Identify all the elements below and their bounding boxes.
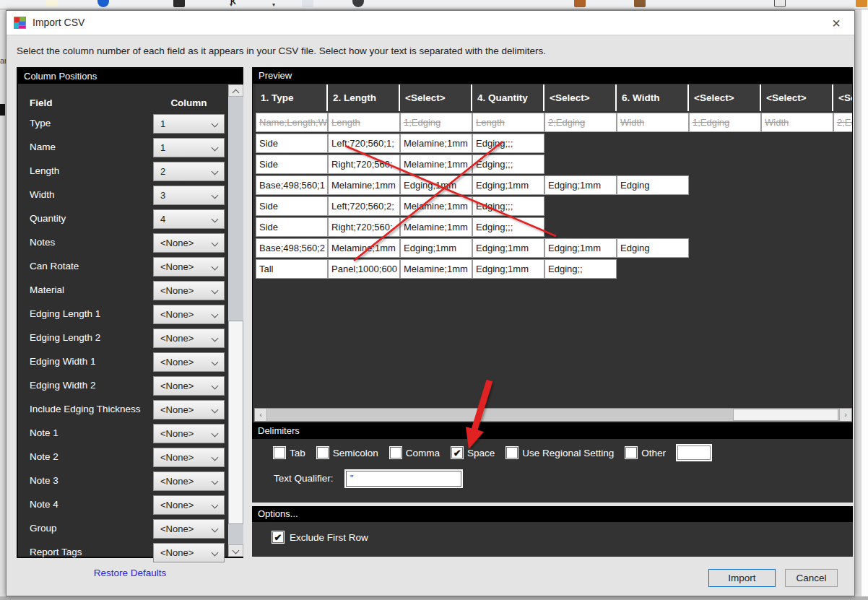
field-dropdown-length[interactable]: 2 — [153, 162, 225, 181]
brush-icon[interactable] — [634, 0, 646, 7]
delimiter-comma-checkbox[interactable] — [390, 447, 402, 458]
options-header: Options... — [252, 506, 853, 522]
field-dropdown-edging-length-1[interactable]: <None> — [153, 305, 225, 324]
delimiter-other-checkbox[interactable] — [625, 447, 637, 458]
import-button[interactable]: Import — [708, 569, 776, 587]
preview-row: SideRight;720;560;Melamine;1mmEdging;;; — [256, 155, 852, 174]
preview-header-cell[interactable]: <Select> — [400, 84, 471, 111]
dropdown-value: 1 — [160, 142, 165, 153]
delimiter-label: Comma — [406, 448, 440, 458]
delimiter-space-checkbox[interactable]: ✔ — [451, 447, 463, 458]
dropdown-value: <None> — [160, 381, 194, 391]
field-dropdown-group[interactable]: <None> — [153, 519, 225, 539]
scroll-up-icon[interactable] — [228, 84, 243, 97]
preview-cell: Base;498;560;2 — [256, 238, 328, 258]
field-row-type: Type1 — [18, 113, 227, 136]
field-dropdown-quantity[interactable]: 4 — [153, 209, 225, 229]
cancel-button[interactable]: Cancel — [785, 569, 838, 587]
delimiter-space: ✔Space — [451, 447, 495, 458]
camera-icon[interactable] — [774, 0, 786, 7]
scrollbar-thumb[interactable] — [733, 409, 838, 421]
field-label: Notes — [30, 237, 55, 248]
disc-icon[interactable] — [352, 0, 364, 7]
field-dropdown-include-edging-thickness[interactable]: <None> — [153, 400, 225, 419]
preview-header-cell[interactable]: 2. Length — [328, 84, 399, 111]
delimiter-semicolon-checkbox[interactable] — [317, 447, 329, 458]
dropdown-caret-icon: ▾ — [176, 1, 179, 9]
dropdown-caret-icon: ▾ — [272, 1, 275, 9]
hammer-icon[interactable] — [574, 0, 586, 7]
text-qualifier-input[interactable]: " — [346, 471, 461, 487]
preview-header-cell[interactable]: 4. Quantity — [472, 84, 543, 111]
field-dropdown-note-4[interactable]: <None> — [153, 495, 225, 515]
cart-icon[interactable] — [856, 0, 867, 7]
new-file-icon[interactable] — [46, 0, 58, 7]
dropdown-value: 2 — [160, 166, 165, 177]
field-dropdown-type[interactable]: 1 — [153, 114, 225, 134]
field-dropdown-notes[interactable]: <None> — [153, 233, 225, 253]
preview-cell: Edging;1mm — [544, 238, 617, 258]
field-dropdown-note-1[interactable]: <None> — [153, 424, 225, 443]
dropdown-value: <None> — [160, 261, 194, 272]
preview-struck-cell: Name;Length;W — [256, 113, 328, 132]
field-label: Note 3 — [30, 475, 58, 486]
field-label: Can Rotate — [30, 261, 79, 271]
field-dropdown-width[interactable]: 3 — [153, 186, 225, 205]
field-dropdown-report-tags[interactable]: <None> — [153, 543, 225, 562]
delimiter-use-regional-setting: Use Regional Setting — [506, 447, 614, 458]
field-dropdown-note-2[interactable]: <None> — [153, 448, 225, 467]
field-dropdown-edging-length-2[interactable]: <None> — [153, 329, 225, 348]
restore-defaults-link[interactable]: Restore Defaults — [17, 568, 243, 578]
preview-scrollbar[interactable]: ‹ › — [254, 408, 852, 422]
delimiter-tab-checkbox[interactable] — [274, 447, 285, 458]
field-dropdown-note-3[interactable]: <None> — [153, 471, 225, 491]
preview-cell: Edging;;; — [472, 217, 544, 237]
field-dropdown-name[interactable]: 1 — [153, 138, 225, 157]
scrollbar-thumb[interactable] — [228, 321, 243, 524]
field-label: Type — [30, 118, 51, 129]
preview-cell: Side — [256, 134, 328, 153]
field-dropdown-edging-width-2[interactable]: <None> — [153, 376, 225, 396]
scroll-down-icon[interactable] — [228, 544, 243, 557]
field-label: Name — [30, 142, 56, 152]
chevron-down-icon — [212, 430, 219, 438]
column-positions-scrollbar[interactable] — [228, 84, 243, 557]
field-row-note-1: Note 1<None> — [18, 422, 227, 446]
field-row-edging-length-2: Edging Length 2<None> — [18, 327, 227, 351]
field-dropdown-edging-width-1[interactable]: <None> — [153, 352, 225, 372]
field-dropdown-can-rotate[interactable]: <None> — [153, 257, 225, 277]
dropdown-value: <None> — [160, 428, 194, 439]
preview-header-cell[interactable]: 1. Type — [256, 84, 326, 111]
field-label: Edging Width 2 — [30, 380, 96, 391]
preview-cell: Panel;1000;600 — [328, 259, 400, 279]
chevron-down-icon — [212, 144, 219, 152]
field-dropdown-material[interactable]: <None> — [153, 281, 225, 300]
scroll-right-icon[interactable]: › — [839, 409, 851, 421]
field-label: Report Tags — [30, 547, 82, 557]
preview-header-cell[interactable]: 6. Width — [617, 84, 687, 111]
dropdown-value: <None> — [160, 500, 194, 510]
preview-cell: Left;720;560;2; — [328, 196, 400, 216]
other-delimiter-input[interactable] — [677, 445, 711, 460]
delimiter-use-regional-setting-checkbox[interactable] — [506, 447, 518, 458]
preview-header-cell[interactable]: <Select> — [544, 84, 615, 111]
preview-cell: Melamine;1mm — [400, 259, 472, 279]
exclude-first-row-checkbox[interactable]: ✔ — [272, 531, 284, 543]
close-icon[interactable]: × — [827, 14, 846, 32]
chevron-down-icon — [212, 549, 219, 557]
preview-header-cell[interactable]: <Select> — [689, 84, 760, 111]
dropdown-value: <None> — [160, 547, 194, 558]
dropdown-value: <None> — [160, 452, 194, 463]
preview-cell: Side — [256, 217, 328, 237]
preview-header-cell[interactable]: <Select> — [761, 84, 832, 111]
globe-icon[interactable] — [97, 0, 109, 7]
chevron-down-icon — [212, 287, 219, 295]
preview-cell: Edging;1mm — [400, 175, 472, 195]
preview-cell: Side — [256, 196, 328, 216]
preview-row: SideLeft;720;560;1;Melamine;1mmEdging;;; — [256, 134, 852, 153]
preview-struck-cell: 2;Edging — [544, 113, 617, 132]
field-label: Quantity — [30, 213, 66, 224]
scroll-left-icon[interactable]: ‹ — [255, 409, 267, 421]
copy-icon[interactable] — [302, 0, 313, 7]
preview-header-cell[interactable]: <Select> — [833, 84, 852, 111]
